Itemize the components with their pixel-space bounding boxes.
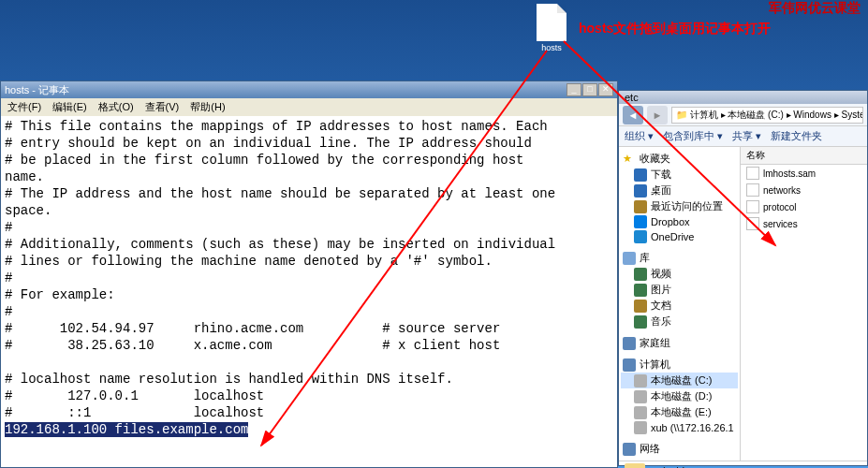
organize-button[interactable]: 组织 ▾: [625, 129, 654, 143]
maximize-button[interactable]: □: [582, 83, 597, 96]
documents-icon: [634, 300, 647, 313]
tree-drive[interactable]: 本地磁盘 (E:): [621, 404, 738, 420]
notepad-titlebar[interactable]: hosts - 记事本 _ □ ✕: [1, 81, 617, 98]
explorer-file-list: 名称 lmhosts.samnetworksprotocolservices: [741, 147, 867, 461]
explorer-address-bar: ◄ ► 📁 计算机 ▸ 本地磁盘 (C:) ▸ Windows ▸ System…: [619, 104, 867, 126]
tree-drive[interactable]: xub (\\172.16.26.1: [621, 420, 738, 435]
notepad-title: hosts - 记事本: [5, 83, 69, 97]
menu-help[interactable]: 帮助(H): [185, 99, 229, 115]
drive-icon: [623, 358, 636, 372]
tree-favorites[interactable]: ★收藏夹: [621, 151, 738, 167]
file-label: hosts: [532, 43, 571, 52]
dropbox-icon: [634, 215, 647, 228]
notepad-menubar: 文件(F) 编辑(E) 格式(O) 查看(V) 帮助(H): [1, 98, 617, 116]
tree-network[interactable]: 网络: [621, 441, 738, 457]
tree-computer[interactable]: 计算机: [621, 357, 738, 373]
drive-icon: [634, 374, 647, 388]
drive-icon: [623, 252, 636, 265]
explorer-window: etc ◄ ► 📁 计算机 ▸ 本地磁盘 (C:) ▸ Windows ▸ Sy…: [618, 90, 868, 466]
drive-icon: [623, 337, 636, 350]
file-icon: [746, 167, 759, 180]
file-icon: [537, 4, 566, 41]
status-text: 4 个对象: [651, 465, 690, 469]
onedrive-icon: [634, 230, 647, 243]
explorer-titlebar[interactable]: etc: [619, 91, 867, 104]
explorer-toolbar: 组织 ▾ 包含到库中 ▾ 共享 ▾ 新建文件夹: [619, 126, 867, 147]
share-button[interactable]: 共享 ▾: [732, 129, 761, 143]
tree-item-最近访问的位置[interactable]: 最近访问的位置: [621, 198, 738, 214]
notepad-window: hosts - 记事本 _ □ ✕ 文件(F) 编辑(E) 格式(O) 查看(V…: [0, 80, 618, 468]
desktop-file-hosts[interactable]: hosts: [532, 4, 571, 52]
close-button[interactable]: ✕: [598, 83, 613, 96]
file-item-services[interactable]: services: [741, 215, 867, 232]
recent-icon: [634, 200, 647, 213]
menu-format[interactable]: 格式(O): [94, 99, 139, 115]
drive-icon: [634, 421, 647, 434]
column-header-name[interactable]: 名称: [741, 147, 867, 165]
file-item-protocol[interactable]: protocol: [741, 198, 867, 215]
drive-icon: [623, 443, 636, 456]
file-icon: [746, 200, 759, 213]
tree-item-OneDrive[interactable]: OneDrive: [621, 229, 738, 244]
tree-item-文档[interactable]: 文档: [621, 298, 738, 314]
tree-item-音乐[interactable]: 音乐: [621, 314, 738, 329]
tree-item-桌面[interactable]: 桌面: [621, 183, 738, 198]
nav-back-button[interactable]: ◄: [623, 106, 643, 124]
tree-libraries[interactable]: 库: [621, 250, 738, 266]
annotation-top: hosts文件拖到桌面用记事本打开: [579, 21, 771, 37]
nav-forward-button[interactable]: ►: [647, 106, 668, 124]
window-buttons: _ □ ✕: [566, 83, 613, 96]
tree-item-Dropbox[interactable]: Dropbox: [621, 214, 738, 229]
tree-homegroup[interactable]: 家庭组: [621, 335, 738, 351]
tree-item-图片[interactable]: 图片: [621, 282, 738, 298]
drive-icon: [634, 390, 647, 403]
star-icon: ★: [623, 153, 636, 166]
pictures-icon: [634, 284, 647, 297]
drive-icon: [634, 406, 647, 419]
breadcrumb[interactable]: 📁 计算机 ▸ 本地磁盘 (C:) ▸ Windows ▸ System32 ▸…: [671, 107, 863, 124]
menu-file[interactable]: 文件(F): [3, 99, 46, 115]
tree-item-视频[interactable]: 视频: [621, 266, 738, 282]
video-icon: [634, 268, 647, 281]
tree-item-下载[interactable]: 下载: [621, 167, 738, 183]
tree-drive[interactable]: 本地磁盘 (D:): [621, 388, 738, 404]
watermark-text: 军伟网优云课堂: [769, 0, 861, 17]
file-icon: [746, 217, 759, 230]
notepad-text-area[interactable]: # This file contains the mappings of IP …: [1, 116, 617, 467]
explorer-title: etc: [625, 92, 639, 103]
music-icon: [634, 315, 647, 329]
new-folder-button[interactable]: 新建文件夹: [771, 129, 822, 143]
desktop-icon: [634, 184, 647, 197]
file-item-networks[interactable]: networks: [741, 182, 867, 198]
include-button[interactable]: 包含到库中 ▾: [663, 129, 723, 143]
menu-view[interactable]: 查看(V): [140, 99, 184, 115]
file-icon: [746, 183, 759, 197]
file-item-lmhosts.sam[interactable]: lmhosts.sam: [741, 165, 867, 182]
menu-edit[interactable]: 编辑(E): [48, 99, 92, 115]
tree-drive[interactable]: 本地磁盘 (C:): [621, 373, 738, 388]
download-icon: [634, 168, 647, 182]
minimize-button[interactable]: _: [566, 83, 581, 96]
folder-icon: [625, 463, 645, 468]
explorer-tree: ★收藏夹下载桌面最近访问的位置DropboxOneDrive库视频图片文档音乐家…: [619, 147, 741, 461]
explorer-statusbar: 4 个对象: [619, 461, 867, 468]
